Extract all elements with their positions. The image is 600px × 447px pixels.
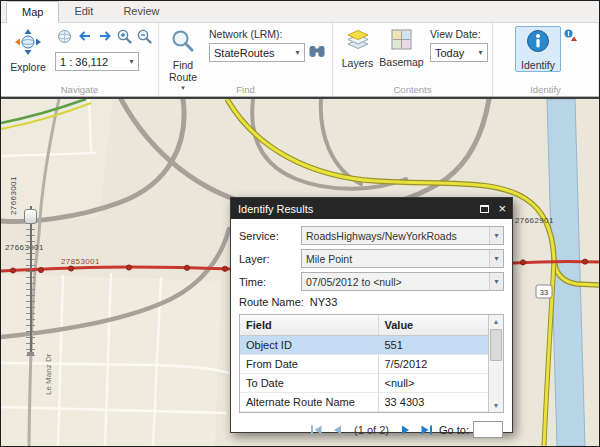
- previous-extent-button[interactable]: [75, 28, 94, 47]
- view-date-combobox[interactable]: Today ▾: [430, 43, 488, 62]
- find-route-label: Find Route: [165, 59, 201, 83]
- route-id-label-mid: 27853001: [61, 257, 100, 266]
- explore-button[interactable]: Explore: [5, 26, 51, 74]
- scroll-down-icon[interactable]: ▼: [489, 399, 503, 412]
- tab-edit[interactable]: Edit: [59, 0, 108, 22]
- maximize-icon[interactable]: [480, 205, 489, 213]
- route-id-label-right: 27662901: [515, 216, 554, 225]
- layer-combobox[interactable]: Mile Point ▾: [301, 249, 504, 268]
- identify-button[interactable]: Identify: [515, 26, 561, 72]
- search-network-button[interactable]: [307, 43, 326, 62]
- chevron-down-icon: ▾: [489, 227, 503, 244]
- dialog-body: Service: RoadsHighways/NewYorkRoads ▾ La…: [231, 219, 512, 446]
- basemap-label: Basemap: [379, 56, 423, 68]
- zoom-in-button[interactable]: [115, 28, 134, 47]
- identify-label: Identify: [521, 59, 555, 71]
- network-combobox[interactable]: StateRoutes ▾: [209, 43, 305, 62]
- globe-icon: [57, 29, 72, 47]
- chevron-down-icon: ▾: [489, 250, 503, 267]
- chevron-down-icon: ▾: [125, 57, 138, 66]
- find-route-button[interactable]: Find Route ▾: [163, 26, 203, 91]
- layers-icon: [347, 29, 369, 55]
- identify-route-icon: [563, 28, 579, 47]
- route-id-label-vertical: 27663001: [9, 176, 18, 215]
- arrow-left-icon: [78, 30, 92, 45]
- basemap-button[interactable]: Basemap: [378, 26, 425, 69]
- layer-label: Layer:: [239, 253, 301, 265]
- binoculars-icon: [309, 45, 325, 61]
- ribbon: Map Edit Review Explore: [1, 1, 599, 97]
- close-icon[interactable]: ×: [498, 204, 506, 214]
- pagination-bar: (1 of 2) Go to:: [239, 419, 504, 441]
- group-navigate: Explore 1 : 36,112 ▾ Navigate: [1, 23, 159, 96]
- table-row[interactable]: From Date 7/5/2012: [240, 354, 488, 373]
- identify-results-dialog: Identify Results × Service: RoadsHighway…: [230, 197, 513, 433]
- basemap-icon: [391, 29, 412, 54]
- table-row[interactable]: Alternate Route Name 33 4303: [240, 392, 488, 411]
- column-header-field: Field: [240, 315, 378, 335]
- table-header-row: Field Value: [240, 315, 488, 335]
- next-extent-button[interactable]: [95, 28, 114, 47]
- previous-page-button[interactable]: [331, 424, 344, 436]
- slider-thumb[interactable]: [24, 209, 37, 224]
- ribbon-toolbar: Explore 1 : 36,112 ▾ Navigate: [1, 23, 599, 96]
- next-page-button[interactable]: [399, 424, 412, 436]
- last-page-button[interactable]: [420, 424, 433, 436]
- ribbon-tabbar: Map Edit Review: [1, 1, 599, 23]
- group-label-navigate: Navigate: [1, 84, 158, 95]
- route-shield: 33: [536, 285, 552, 298]
- magnifier-icon: [171, 29, 195, 57]
- table-row[interactable]: To Date <null>: [240, 373, 488, 392]
- tab-map[interactable]: Map: [6, 1, 59, 23]
- group-label-find: Find: [159, 84, 332, 95]
- explore-icon: [15, 29, 41, 59]
- zoom-in-icon: [117, 29, 132, 47]
- zoom-slider[interactable]: [24, 206, 37, 356]
- column-header-value: Value: [378, 315, 488, 335]
- explore-label: Explore: [10, 61, 46, 73]
- table-row[interactable]: Object ID 551: [240, 335, 488, 354]
- group-contents: Layers Basemap View Date: Today ▾ Conten…: [333, 23, 493, 96]
- chevron-down-icon: ▾: [489, 273, 503, 290]
- tab-review[interactable]: Review: [108, 0, 174, 22]
- time-combobox[interactable]: 07/05/2012 to <null> ▾: [301, 272, 504, 291]
- svg-text:33: 33: [540, 288, 548, 297]
- group-label-contents: Contents: [333, 84, 492, 95]
- zoom-out-button[interactable]: [135, 28, 154, 47]
- first-page-button[interactable]: [310, 424, 323, 436]
- slider-endcap: [27, 352, 34, 356]
- layers-label: Layers: [342, 57, 374, 69]
- table-scrollbar[interactable]: ▲ ▼: [488, 315, 503, 412]
- scrollbar-thumb[interactable]: [490, 329, 502, 361]
- goto-label: Go to:: [439, 424, 469, 436]
- full-extent-button[interactable]: [55, 28, 74, 47]
- group-identify: Identify Identify: [493, 23, 599, 96]
- identify-icon: [526, 29, 550, 57]
- chevron-down-icon: ▾: [291, 48, 304, 57]
- network-value: StateRoutes: [214, 47, 275, 59]
- zoom-out-icon: [137, 29, 152, 47]
- chevron-down-icon: ▾: [474, 48, 487, 57]
- event-editor-window: Map Edit Review Explore: [0, 0, 600, 447]
- scale-combobox[interactable]: 1 : 36,112 ▾: [55, 52, 139, 71]
- network-lrm-label: Network (LRM):: [209, 28, 326, 40]
- view-date-label: View Date:: [430, 28, 488, 40]
- route-name-value: NY33: [310, 296, 338, 308]
- arrow-right-icon: [98, 30, 112, 45]
- group-find: Find Route ▾ Network (LRM): StateRoutes …: [159, 23, 333, 96]
- scale-value: 1 : 36,112: [60, 56, 108, 68]
- layers-button[interactable]: Layers: [337, 26, 378, 70]
- dialog-title: Identify Results: [238, 203, 313, 215]
- group-label-identify: Identify: [493, 84, 598, 95]
- route-name-label: Route Name:: [239, 296, 304, 308]
- view-date-value: Today: [435, 47, 464, 59]
- dialog-titlebar[interactable]: Identify Results ×: [231, 198, 512, 219]
- identify-route-button[interactable]: [561, 28, 580, 47]
- scroll-up-icon[interactable]: ▲: [489, 315, 503, 328]
- attributes-table: Field Value Object ID 551 From Date 7/5/…: [239, 314, 504, 413]
- service-label: Service:: [239, 230, 301, 242]
- service-combobox[interactable]: RoadsHighways/NewYorkRoads ▾: [301, 226, 504, 245]
- goto-page-input[interactable]: [473, 421, 503, 438]
- street-name-label: Le Manz Dr: [44, 353, 53, 395]
- slider-track[interactable]: [30, 206, 32, 356]
